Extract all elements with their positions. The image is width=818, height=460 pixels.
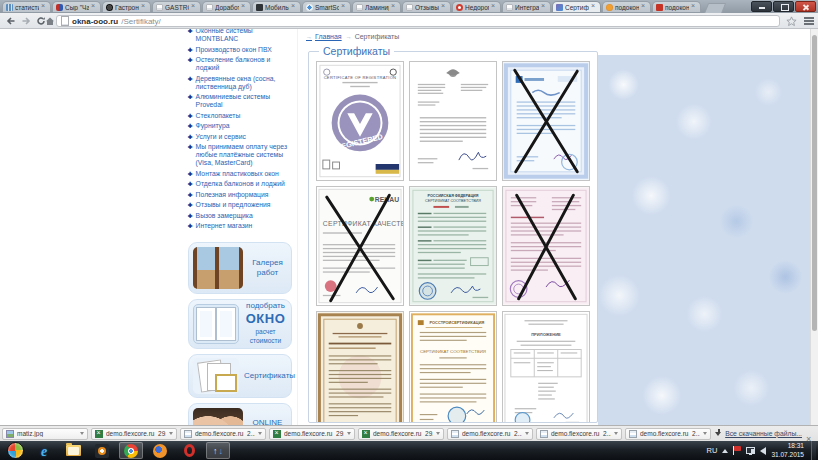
- sidebar-menu-item[interactable]: Монтаж пластиковых окон: [188, 170, 294, 178]
- browser-tab[interactable]: Отзывы: [402, 1, 451, 12]
- tab-close-icon[interactable]: [491, 4, 497, 10]
- download-item-caret-icon[interactable]: [525, 432, 529, 435]
- certificate-thumbnail-green-conformity[interactable]: РОССИЙСКАЯ ФЕДЕРАЦИЯ СЕРТИФИКАТ СООТВЕТС…: [409, 186, 497, 306]
- tab-close-icon[interactable]: [341, 4, 347, 10]
- taskbar-app-firefox[interactable]: [148, 442, 172, 459]
- scrollbar-thumb[interactable]: [812, 35, 817, 331]
- back-button[interactable]: [4, 15, 17, 27]
- sidebar-menu-item[interactable]: Услуги и сервис: [188, 133, 294, 141]
- download-item-caret-icon[interactable]: [347, 432, 351, 435]
- browser-tab[interactable]: подоконни: [602, 1, 651, 12]
- forward-button[interactable]: [19, 15, 32, 27]
- sidebar-menu-item[interactable]: Остекление балконов и лоджий: [188, 56, 294, 72]
- browser-tab[interactable]: SmartSoluti: [302, 1, 351, 12]
- window-maximize-button[interactable]: [773, 1, 794, 12]
- browser-tab[interactable]: Мобильный: [252, 1, 301, 12]
- download-item-caret-icon[interactable]: [258, 432, 262, 435]
- certificate-thumbnail-rehau[interactable]: REHAU СЕРТИФИКАТ КАЧЕСТВА: [316, 186, 404, 306]
- taskbar-app-chrome[interactable]: [119, 442, 143, 459]
- tab-close-icon[interactable]: [591, 4, 597, 10]
- sidebar-menu-item[interactable]: Интернет магазин: [188, 222, 294, 230]
- tab-close-icon[interactable]: [691, 4, 697, 10]
- certificates-widget[interactable]: Сертификаты: [188, 354, 292, 398]
- online-consultant-widget[interactable]: ONLINE: [188, 403, 292, 426]
- certificate-thumbnail-ornate-sanitary[interactable]: [316, 311, 404, 422]
- browser-tab[interactable]: подоконни: [652, 1, 701, 12]
- browser-menu-icon[interactable]: [804, 17, 814, 25]
- tab-close-icon[interactable]: [91, 4, 97, 10]
- download-item[interactable]: demo.flexcore.ru_2...html: [625, 428, 711, 440]
- action-center-flag-icon[interactable]: [733, 446, 741, 455]
- tab-close-icon[interactable]: [141, 4, 147, 10]
- show-all-downloads-link[interactable]: Все скачанные файлы...: [715, 429, 802, 437]
- download-item[interactable]: demo.flexcore.ru_2...html: [180, 428, 266, 440]
- browser-tab[interactable]: Интеграции: [502, 1, 551, 12]
- tab-close-icon[interactable]: [641, 4, 647, 10]
- browser-tab[interactable]: Сыр "Чанах": [52, 1, 101, 12]
- gallery-widget[interactable]: Галерея работ: [188, 242, 292, 294]
- sidebar-menu-item[interactable]: Стеклопакеты: [188, 112, 294, 120]
- show-desktop-button[interactable]: [811, 441, 816, 460]
- sidebar-menu-item[interactable]: Вызов замерщика: [188, 212, 294, 220]
- sidebar-menu-item[interactable]: Оконные системы MONTBLANC: [188, 29, 294, 43]
- tab-close-icon[interactable]: [541, 4, 547, 10]
- download-item[interactable]: demo.flexcore.ru_29....csv: [91, 428, 177, 440]
- browser-tab[interactable]: статистика: [2, 1, 51, 12]
- download-item-caret-icon[interactable]: [436, 432, 440, 435]
- page-scrollbar[interactable]: [810, 29, 818, 425]
- volume-icon[interactable]: [760, 447, 766, 455]
- browser-tab[interactable]: Доработки: [202, 1, 251, 12]
- window-configurator-widget[interactable]: подобрать ОКНО расчет стоимости: [188, 299, 292, 349]
- certificate-thumbnail-appendix[interactable]: ПРИЛОЖЕНИЕ: [502, 311, 590, 422]
- window-minimize-button[interactable]: [751, 1, 772, 12]
- browser-tab[interactable]: Гастрономи: [102, 1, 151, 12]
- download-item[interactable]: matiz.jpg: [2, 428, 88, 440]
- browser-tab[interactable]: GASTRONOM: [152, 1, 201, 12]
- taskbar-app-media-player[interactable]: [90, 442, 114, 459]
- tab-close-icon[interactable]: [41, 4, 47, 10]
- browser-tab[interactable]: Ламиниров: [352, 1, 401, 12]
- certificate-thumbnail-rosstroy[interactable]: РОССТРОЙСЕРТИФИКАЦИЯ СЕРТИФИКАТ СООТВЕТС…: [409, 311, 497, 422]
- tab-close-icon[interactable]: [391, 4, 397, 10]
- taskbar-app-explorer[interactable]: [61, 442, 85, 459]
- home-button[interactable]: [43, 15, 56, 27]
- bookmark-star-icon[interactable]: [786, 16, 797, 27]
- tab-close-icon[interactable]: [291, 4, 297, 10]
- tab-close-icon[interactable]: [191, 4, 197, 10]
- address-bar[interactable]: okna-ooo.ru/Sertifikaty/: [56, 15, 780, 27]
- window-close-button[interactable]: [795, 1, 816, 12]
- download-item[interactable]: demo.flexcore.ru_29....csv: [269, 428, 355, 440]
- certificate-thumbnail-bsi[interactable]: CERTIFICATE OF REGISTRATION REGISTERED: [316, 61, 404, 181]
- start-button[interactable]: [3, 442, 27, 459]
- browser-tab[interactable]: Недорогие: [452, 1, 501, 12]
- certificate-thumbnail-letter[interactable]: [409, 61, 497, 181]
- sidebar-menu-item[interactable]: Фурнитура: [188, 122, 294, 130]
- sidebar-menu-item[interactable]: Мы принимаем оплату через любые платёжны…: [188, 143, 294, 167]
- hidden-icons-arrow[interactable]: [722, 449, 728, 453]
- certificate-thumbnail-pink-crossed[interactable]: [502, 186, 590, 306]
- download-item-caret-icon[interactable]: [703, 432, 707, 435]
- sidebar-menu-item[interactable]: Деревянные окна (сосна, лиственница дуб): [188, 75, 294, 91]
- tab-close-icon[interactable]: [241, 4, 247, 10]
- browser-tab[interactable]: Сертификат: [552, 1, 601, 12]
- sidebar-menu-item[interactable]: Отзывы и предложения: [188, 201, 294, 209]
- sidebar-menu-item[interactable]: Алюминиевые системы Provedal: [188, 93, 294, 109]
- download-item-caret-icon[interactable]: [614, 432, 618, 435]
- download-item[interactable]: demo.flexcore.ru_29....csv: [358, 428, 444, 440]
- taskbar-app-file-transfer[interactable]: ↑↓: [206, 442, 230, 459]
- sidebar-menu-item[interactable]: Производство окон ПВХ: [188, 46, 294, 54]
- download-item[interactable]: demo.flexcore.ru_2...html: [536, 428, 622, 440]
- tab-close-icon[interactable]: [441, 4, 447, 10]
- breadcrumb-home-link[interactable]: Главная: [306, 33, 342, 40]
- sidebar-menu-item[interactable]: Полезная информация: [188, 191, 294, 199]
- taskbar-app-opera[interactable]: [177, 442, 201, 459]
- download-item-caret-icon[interactable]: [80, 432, 84, 435]
- language-indicator[interactable]: RU: [707, 446, 718, 455]
- taskbar-app-internet-explorer[interactable]: [32, 442, 56, 459]
- download-item[interactable]: demo.flexcore.ru_2...html: [447, 428, 533, 440]
- clock[interactable]: 18:31 31.07.2015: [771, 442, 804, 458]
- download-item-caret-icon[interactable]: [169, 432, 173, 435]
- certificate-thumbnail-blue-crossed[interactable]: [502, 61, 590, 181]
- download-bar-close-icon[interactable]: [806, 428, 815, 437]
- sidebar-menu-item[interactable]: Отделка балконов и лоджий: [188, 180, 294, 188]
